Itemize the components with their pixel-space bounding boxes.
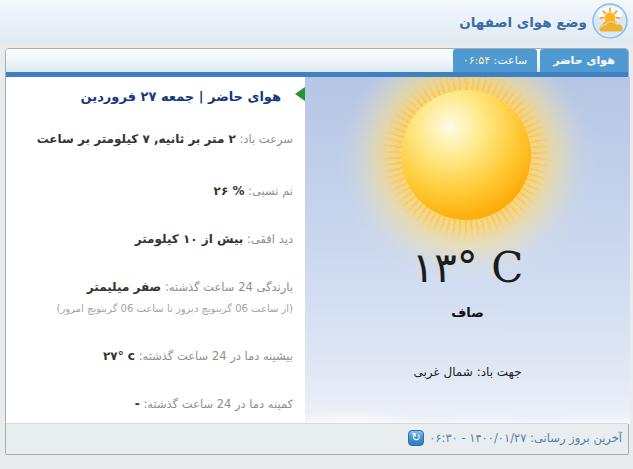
content-area: هوای حاضر | جمعه ۲۷ فروردین سرعت باد: ۲ …: [6, 77, 628, 424]
refresh-icon[interactable]: ↻: [408, 430, 424, 446]
humidity-value: ۲۶ %: [214, 184, 245, 198]
sun-icon: [401, 90, 531, 220]
clock-time: ۰۶:۵۴: [463, 54, 490, 67]
max-temp-label: بیشینه دما در 24 ساعت گذشته:: [139, 349, 293, 363]
precipitation-note: (از ساعت 06 گرینویچ دیروز تا ساعت 06 گری…: [12, 303, 293, 314]
visibility-label: دید افقی:: [247, 232, 293, 246]
page-title: وضع هوای اصفهان: [459, 0, 587, 44]
tab-current-weather[interactable]: هوای حاضر: [540, 49, 628, 72]
visibility-value: بیش از ۱۰ کیلومتر: [135, 232, 244, 246]
wind-speed-row: سرعت باد: ۲ متر بر ثانیه, ۷ کیلومتر بر س…: [12, 132, 293, 146]
humidity-label: نم نسبی:: [248, 184, 293, 198]
precipitation-label: بارندگی 24 ساعت گذشته:: [165, 280, 293, 294]
clock-label: ساعت:: [494, 54, 528, 67]
wind-speed-value: ۲ متر بر ثانیه, ۷ کیلومتر بر ساعت: [37, 132, 236, 146]
condition-text: صاف: [305, 305, 630, 320]
last-update: ↻ آخرین بروز رسانی: ۱۴۰۰/۰۱/۲۷ - ۰۶:۳۰: [408, 430, 622, 446]
clouds-decoration: [305, 388, 630, 424]
sun-cloud-icon: [592, 3, 628, 39]
main-box: ساعت: ۰۶:۵۴ هوای حاضر هوای حاضر | جمعه ۲…: [5, 48, 629, 455]
sky-panel: ۱۳° C صاف جهت باد: شمال غربی: [305, 77, 630, 424]
max-temp-value: ۲۷° c: [103, 349, 135, 363]
precipitation-value: صفر میلیمتر: [87, 280, 161, 294]
details-header: هوای حاضر | جمعه ۲۷ فروردین: [81, 89, 281, 104]
min-temp-value: -: [135, 397, 140, 411]
details-panel: هوای حاضر | جمعه ۲۷ فروردین سرعت باد: ۲ …: [6, 77, 305, 424]
wind-speed-label: سرعت باد:: [240, 132, 294, 146]
min-temp-row: کمینه دما در 24 ساعت گذشته: -: [12, 397, 293, 411]
wind-direction-text: جهت باد: شمال غربی: [305, 365, 630, 379]
tab-strip: ساعت: ۰۶:۵۴ هوای حاضر: [6, 49, 628, 72]
humidity-row: نم نسبی: ۲۶ %: [12, 184, 293, 198]
precipitation-row: بارندگی 24 ساعت گذشته: صفر میلیمتر: [12, 280, 293, 294]
max-temp-row: بیشینه دما در 24 ساعت گذشته: ۲۷° c: [12, 349, 293, 363]
weather-widget: وضع هوای اصفهان ساعت: ۰۶:۵۴: [0, 0, 633, 469]
min-temp-label: کمینه دما در 24 ساعت گذشته:: [143, 397, 293, 411]
visibility-row: دید افقی: بیش از ۱۰ کیلومتر: [12, 232, 293, 246]
app-header: وضع هوای اصفهان: [0, 0, 633, 44]
clock-display: ساعت: ۰۶:۵۴: [453, 49, 537, 72]
footer: ↻ آخرین بروز رسانی: ۱۴۰۰/۰۱/۲۷ - ۰۶:۳۰: [6, 423, 628, 454]
last-update-text: آخرین بروز رسانی: ۱۴۰۰/۰۱/۲۷ - ۰۶:۳۰: [429, 431, 622, 445]
temperature-value: ۱۳° C: [305, 243, 630, 292]
